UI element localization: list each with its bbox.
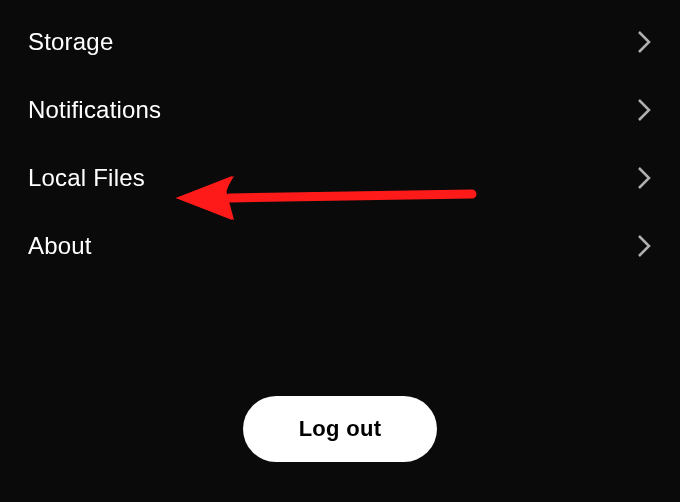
settings-item-local-files[interactable]: Local Files <box>0 144 680 212</box>
settings-item-about[interactable]: About <box>0 212 680 280</box>
settings-item-label: Storage <box>28 28 113 56</box>
settings-item-label: Local Files <box>28 164 145 192</box>
logout-container: Log out <box>0 396 680 462</box>
settings-item-label: About <box>28 232 92 260</box>
settings-item-notifications[interactable]: Notifications <box>0 76 680 144</box>
settings-item-storage[interactable]: Storage <box>0 8 680 76</box>
settings-list: Storage Notifications Local Files About <box>0 0 680 280</box>
settings-item-label: Notifications <box>28 96 161 124</box>
logout-button[interactable]: Log out <box>243 396 438 462</box>
chevron-right-icon <box>636 97 652 123</box>
chevron-right-icon <box>636 29 652 55</box>
chevron-right-icon <box>636 233 652 259</box>
chevron-right-icon <box>636 165 652 191</box>
